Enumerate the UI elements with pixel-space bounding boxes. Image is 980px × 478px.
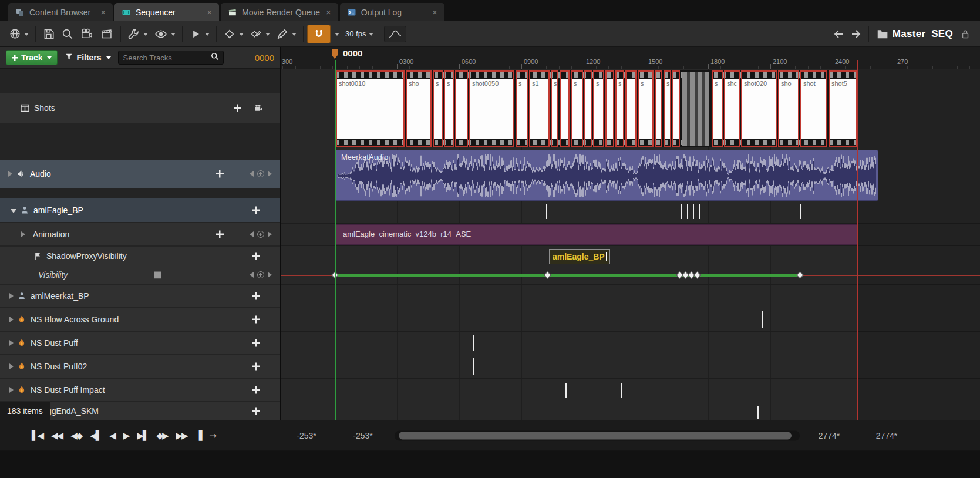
add-key-icon[interactable] — [257, 231, 264, 238]
current-time-field[interactable]: 0000 — [255, 53, 274, 63]
shot-section[interactable] — [584, 70, 592, 147]
track-row-ns-dust-puff02[interactable]: NS Dust Puff02 — [0, 355, 280, 378]
fps-dropdown[interactable]: 30 fps — [342, 27, 376, 41]
keyframe-tick[interactable] — [565, 383, 567, 398]
timeline-scrollbar-thumb[interactable] — [399, 432, 792, 439]
play-forward-button[interactable]: ▶ — [122, 429, 130, 442]
lock-sequence-button[interactable] — [957, 26, 974, 42]
shot-section-sho[interactable]: sho — [778, 70, 799, 147]
next-key-icon[interactable] — [268, 171, 272, 177]
view-range-start-field[interactable]: -253* — [289, 431, 324, 440]
previous-key-icon[interactable] — [250, 272, 254, 278]
auto-key-options-button[interactable] — [247, 25, 273, 43]
add-section-button[interactable] — [252, 292, 260, 300]
shot-section-s1[interactable]: s1 — [529, 70, 550, 147]
timeline-area[interactable]: shot0010shossshot0050ss1sssssssshcshot02… — [281, 47, 980, 420]
add-key-icon[interactable] — [257, 170, 264, 177]
add-section-button[interactable] — [234, 105, 241, 112]
keyframe-tick[interactable] — [762, 311, 763, 328]
keyframe-tick[interactable] — [693, 204, 694, 219]
expand-icon[interactable] — [8, 171, 12, 177]
view-options-button[interactable] — [151, 25, 179, 43]
track-row-shadowproxyvisibility[interactable]: ShadowProxyVisibility — [0, 247, 280, 265]
shot-section[interactable] — [655, 70, 662, 147]
shot-section-shot5[interactable]: shot5 — [829, 70, 857, 147]
next-key-icon[interactable] — [268, 231, 272, 237]
keyframe-tick[interactable] — [473, 335, 474, 351]
keyframe-tick[interactable] — [546, 204, 547, 219]
timeline-scrollbar[interactable] — [395, 430, 800, 440]
play-reverse-button[interactable]: ◀ — [108, 429, 116, 442]
tab-close-icon[interactable]: × — [325, 7, 332, 17]
track-row-amlmeerkat-bp[interactable]: amlMeerkat_BP — [0, 285, 280, 307]
shot-section[interactable] — [455, 70, 468, 147]
track-row-visibility[interactable]: Visibility — [0, 265, 280, 284]
shot-section[interactable] — [560, 70, 570, 147]
collapse-icon[interactable] — [11, 209, 16, 213]
expand-icon[interactable] — [9, 340, 14, 346]
shot-section-s[interactable]: s — [593, 70, 604, 147]
track-row-amleagle-bp[interactable]: amlEagle_BP — [0, 198, 280, 222]
tab-close-icon[interactable]: × — [206, 7, 213, 17]
search-icon[interactable] — [210, 52, 220, 63]
add-section-button[interactable] — [252, 386, 260, 394]
working-range-start-field[interactable]: -253* — [345, 431, 380, 440]
expand-icon[interactable] — [9, 317, 14, 322]
shot-section-shot0050[interactable]: shot0050 — [469, 70, 514, 147]
previous-keyframe-button[interactable]: ◀◀ — [50, 429, 63, 442]
step-forward-button[interactable]: ▶▌ — [136, 429, 149, 442]
add-section-button[interactable] — [252, 252, 260, 260]
tab-close-icon[interactable]: × — [431, 7, 439, 17]
tab-output-log[interactable]: Output Log× — [340, 3, 444, 21]
tab-close-icon[interactable]: × — [99, 7, 107, 17]
add-key-icon[interactable] — [257, 271, 264, 278]
shots-track-lane[interactable]: shot0010shossshot0050ss1sssssssshcshot02… — [335, 70, 857, 147]
track-row-ns-dust-puff-impact[interactable]: NS Dust Puff Impact — [0, 379, 280, 401]
next-keyframe-button[interactable]: ◆▶ — [155, 429, 169, 442]
keyframe-tick[interactable] — [621, 383, 622, 398]
shot-section-s[interactable]: s — [551, 70, 558, 147]
keyframe-tick[interactable] — [757, 406, 759, 419]
add-section-button[interactable] — [216, 170, 224, 178]
add-track-button[interactable]: Track — [6, 50, 58, 65]
next-key-icon[interactable] — [268, 272, 272, 278]
visibility-checkbox[interactable] — [154, 271, 161, 278]
step-back-button[interactable]: ◀▌ — [89, 429, 102, 442]
add-section-button[interactable] — [252, 316, 260, 324]
tab-movie-render-queue[interactable]: Movie Render Queue× — [221, 3, 338, 21]
tab-sequencer[interactable]: Sequencer× — [114, 3, 219, 21]
shot-section-s[interactable]: s — [444, 70, 454, 147]
curve-editor-button[interactable] — [384, 26, 406, 42]
shot-section-shot020[interactable]: shot020 — [741, 70, 777, 147]
keyframe-diamond[interactable] — [796, 271, 804, 279]
keyframe-tick[interactable] — [687, 204, 688, 219]
previous-key-icon[interactable] — [250, 231, 254, 237]
tab-content-browser[interactable]: Content Browser× — [8, 3, 113, 21]
shot-section-s[interactable]: s — [664, 70, 671, 147]
expand-icon[interactable] — [21, 231, 25, 237]
actions-button[interactable] — [124, 25, 151, 43]
animation-clip[interactable]: amlEagle_cinematic_v124b_r14_ASE — [335, 224, 857, 245]
shot-section[interactable] — [681, 70, 710, 147]
snap-options-button[interactable] — [331, 28, 342, 41]
edit-options-button[interactable] — [273, 25, 299, 43]
playback-options-button[interactable] — [186, 25, 213, 43]
playback-end-line[interactable] — [857, 60, 858, 420]
view-range-end-field[interactable]: 2774* — [869, 431, 904, 440]
shot-section[interactable] — [605, 70, 614, 147]
jump-to-start-button[interactable]: ▌◀ — [31, 429, 44, 442]
filters-button[interactable]: Filters — [63, 52, 112, 63]
search-input[interactable] — [122, 53, 210, 63]
find-in-browser-button[interactable] — [58, 25, 77, 43]
keyframe-tick[interactable] — [699, 204, 700, 219]
jump-forward-button[interactable]: ▶▶ — [175, 429, 188, 442]
expand-icon[interactable] — [9, 363, 14, 369]
audio-clip[interactable]: MeerkatAudio — [335, 150, 878, 201]
previous-shot-button[interactable] — [830, 26, 847, 42]
jump-back-button[interactable]: ◀◆ — [69, 429, 83, 442]
shot-section-s[interactable]: s — [638, 70, 654, 147]
add-section-button[interactable] — [252, 408, 260, 415]
expand-icon[interactable] — [9, 387, 14, 393]
track-row-ns-dust-puff[interactable]: NS Dust Puff — [0, 332, 280, 354]
shot-section-s[interactable]: s — [516, 70, 528, 147]
